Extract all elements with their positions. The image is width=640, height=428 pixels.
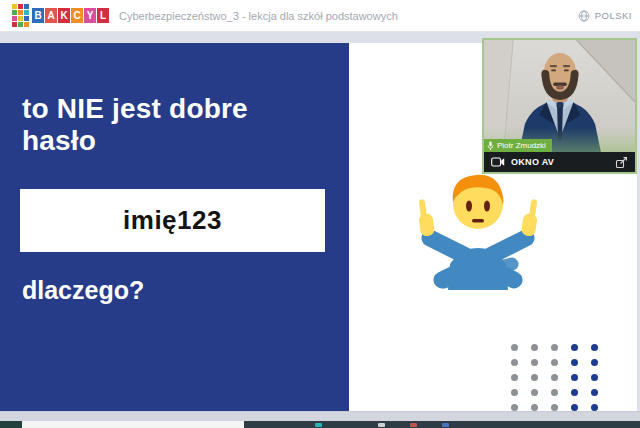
password-example-text: imię123 [123, 205, 222, 236]
logo-mosaic [12, 4, 29, 27]
lesson-title: Cyberbezpieczeństwo_3 - lekcja dla szkół… [119, 10, 578, 22]
dot [551, 404, 558, 411]
logo-mosaic-tile [24, 22, 29, 27]
man-gesturing-no-emoji [408, 168, 548, 290]
dot [591, 344, 598, 351]
dot [551, 344, 558, 351]
logo-letter: C [71, 8, 83, 23]
dot [511, 359, 518, 366]
slide-headline: to NIE jest dobre hasło [22, 93, 324, 158]
camera-icon [491, 157, 505, 167]
dot [551, 389, 558, 396]
logo-mosaic-tile [18, 4, 23, 9]
presenter-name-label: Piotr Zmudzki [484, 139, 552, 152]
av-window-label: OKNO AV [511, 157, 608, 167]
logo-mosaic-tile [24, 4, 29, 9]
horizontal-scrollbar[interactable] [0, 411, 640, 421]
logo-letter: A [45, 8, 57, 23]
microphone-icon [487, 141, 494, 151]
logo-letter: Y [84, 8, 96, 23]
logo-mosaic-tile [24, 16, 29, 21]
taskbar-icon[interactable] [442, 423, 449, 427]
dot [531, 389, 538, 396]
dot [551, 359, 558, 366]
slide-question: dlaczego? [22, 276, 144, 305]
dot [571, 389, 578, 396]
presenter-name: Piotr Zmudzki [497, 141, 546, 150]
dot [571, 359, 578, 366]
logo-mosaic-tile [18, 16, 23, 21]
av-window-bar: OKNO AV [484, 152, 635, 172]
logo-mosaic-tile [18, 22, 23, 27]
globe-icon [578, 10, 590, 22]
password-example-box: imię123 [20, 189, 325, 252]
dots-pattern [511, 344, 598, 411]
dot [531, 344, 538, 351]
dot [511, 389, 518, 396]
dot [591, 374, 598, 381]
logo-letter: K [58, 8, 70, 23]
expand-button[interactable] [614, 155, 628, 169]
dot [591, 404, 598, 411]
language-selector[interactable]: POLSKI [578, 10, 634, 22]
dot [571, 404, 578, 411]
logo-letter: B [32, 8, 44, 23]
taskbar-icon[interactable] [315, 423, 322, 427]
slide-blue-panel: to NIE jest dobre hasło imię123 dlaczego… [0, 43, 349, 411]
logo-mosaic-tile [18, 10, 23, 15]
dot [511, 404, 518, 411]
dot [571, 374, 578, 381]
dot [591, 389, 598, 396]
taskbar-icon[interactable] [378, 423, 385, 427]
dot [591, 359, 598, 366]
logo-wordmark: BAKCYL [32, 8, 109, 23]
dot [511, 344, 518, 351]
top-bar: BAKCYL Cyberbezpieczeństwo_3 - lekcja dl… [0, 0, 640, 32]
bakcyl-logo[interactable]: BAKCYL [12, 4, 109, 27]
dot [531, 359, 538, 366]
logo-mosaic-tile [12, 10, 17, 15]
dot [551, 374, 558, 381]
logo-mosaic-tile [12, 16, 17, 21]
bottom-left-window-sliver[interactable] [0, 421, 22, 428]
logo-mosaic-tile [24, 10, 29, 15]
taskbar-icons[interactable] [244, 421, 640, 428]
bottom-white-window-sliver[interactable] [22, 421, 244, 428]
presenter-video-image: Piotr Zmudzki [484, 40, 635, 152]
bottom-window-edge [0, 421, 640, 428]
logo-letter: L [97, 8, 109, 23]
logo-mosaic-tile [12, 4, 17, 9]
dot [531, 404, 538, 411]
presenter-video-feed[interactable]: Piotr Zmudzki OKNO AV [482, 38, 637, 174]
language-label: POLSKI [595, 10, 632, 21]
dot [511, 374, 518, 381]
taskbar-icon[interactable] [410, 423, 417, 427]
expand-icon [615, 156, 628, 169]
logo-mosaic-tile [12, 22, 17, 27]
dot [571, 344, 578, 351]
dot [531, 374, 538, 381]
